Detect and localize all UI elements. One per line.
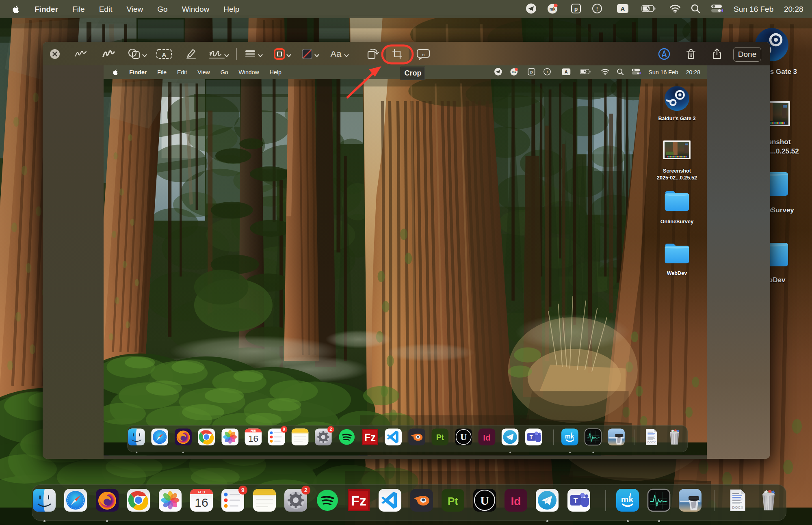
svg-text:p: p bbox=[530, 70, 533, 74]
svg-text:!: ! bbox=[546, 69, 548, 74]
svg-text:A: A bbox=[621, 5, 625, 12]
svg-text:16: 16 bbox=[195, 496, 208, 509]
svg-text:Id: Id bbox=[483, 433, 490, 442]
svg-text:p: p bbox=[574, 6, 578, 12]
svg-text:mk: mk bbox=[621, 495, 634, 504]
svg-text:mk: mk bbox=[565, 433, 574, 440]
svg-text:DOCX: DOCX bbox=[647, 441, 656, 444]
svg-text:mk: mk bbox=[512, 70, 517, 74]
svg-text:U: U bbox=[460, 432, 467, 442]
svg-text:Pt: Pt bbox=[436, 433, 444, 442]
svg-text:Fz: Fz bbox=[364, 432, 376, 443]
svg-text:A: A bbox=[565, 69, 568, 74]
svg-text:Pt: Pt bbox=[448, 495, 458, 507]
svg-text:16: 16 bbox=[248, 434, 258, 444]
svg-text:Aa: Aa bbox=[331, 49, 342, 59]
svg-text:DOCX: DOCX bbox=[732, 505, 743, 510]
svg-text:,,: ,, bbox=[422, 50, 424, 56]
svg-text:T: T bbox=[530, 434, 533, 440]
svg-text:Fz: Fz bbox=[351, 493, 366, 508]
svg-text:Id: Id bbox=[511, 495, 521, 508]
svg-text:!: ! bbox=[596, 6, 598, 12]
svg-text:mk: mk bbox=[549, 6, 555, 11]
svg-text:A: A bbox=[162, 51, 167, 58]
svg-text:U: U bbox=[480, 494, 489, 507]
svg-text:FEB: FEB bbox=[251, 429, 256, 432]
svg-text:T: T bbox=[574, 497, 578, 505]
svg-text:FEB: FEB bbox=[198, 490, 206, 494]
